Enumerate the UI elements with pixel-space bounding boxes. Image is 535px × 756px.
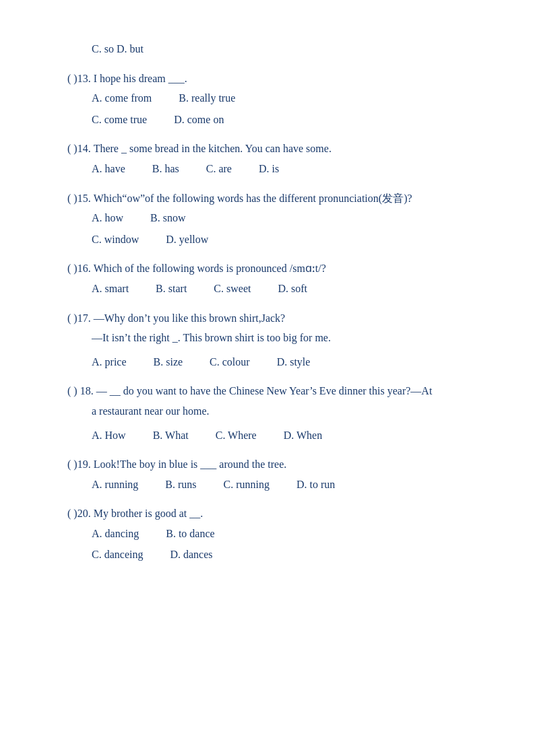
option-q13-1-1: D. come on xyxy=(174,111,224,129)
question-line-q15: ( )15.Which“ow”of the following words ha… xyxy=(67,190,481,207)
option-q20-0-1: B. to dance xyxy=(166,525,214,543)
question-line-q14: ( )14.There _ some bread in the kitchen.… xyxy=(67,140,481,158)
question-text-q20: My brother is good at __. xyxy=(94,505,481,522)
options-row-q13-1: C. come trueD. come on xyxy=(67,111,481,129)
option-q19-0-0: A. running xyxy=(92,476,138,493)
question-text-q19: Look!The boy in blue is ___ around the t… xyxy=(94,456,481,473)
question-q16: ( )16.Which of the following words is pr… xyxy=(67,260,481,297)
option-q16-0-1: B. start xyxy=(156,280,187,298)
option-q18-0-3: D. When xyxy=(284,427,322,444)
bracket-q17: ( )17. xyxy=(67,310,91,327)
option-q13-1-0: C. come true xyxy=(92,111,147,129)
option-q16-0-3: D. soft xyxy=(278,280,307,298)
bracket-q19: ( )19. xyxy=(67,456,91,473)
options-row-q17-0: A. priceB. sizeC. colourD. style xyxy=(67,353,481,371)
option-q20-0-0: A. dancing xyxy=(92,525,139,543)
question-line-q16: ( )16.Which of the following words is pr… xyxy=(67,260,481,277)
option-q16-0-0: A. smart xyxy=(92,280,129,298)
question-q13: ( )13.I hope his dream ___.A. come fromB… xyxy=(67,70,481,129)
option-q19-0-1: B. runs xyxy=(165,476,196,493)
options-row-q15-0: A. howB. snow xyxy=(67,209,481,227)
option-q20-1-0: C. danceing xyxy=(92,546,143,563)
question-second-line-q18: a restaurant near our home. xyxy=(67,403,481,420)
option-q17-0-2: C. colour xyxy=(210,353,250,371)
top-options-text: C. so D. but xyxy=(92,43,144,55)
question-text-q15: Which“ow”of the following words has the … xyxy=(94,190,481,207)
option-q13-0-0: A. come from xyxy=(92,90,152,107)
options-row-q16-0: A. smartB. startC. sweetD. soft xyxy=(67,280,481,298)
question-line-q20: ( )20.My brother is good at __. xyxy=(67,505,481,522)
top-options: C. so D. but xyxy=(67,40,481,58)
question-q17: ( )17.—Why don’t you like this brown shi… xyxy=(67,310,481,371)
question-text-q14: There _ some bread in the kitchen. You c… xyxy=(94,140,481,158)
bracket-q18: ( ) 18. xyxy=(67,382,94,400)
question-q14: ( )14.There _ some bread in the kitchen.… xyxy=(67,140,481,177)
option-q16-0-2: C. sweet xyxy=(214,280,251,298)
options-row-q15-1: C. windowD. yellow xyxy=(67,231,481,248)
question-q19: ( )19.Look!The boy in blue is ___ around… xyxy=(67,456,481,493)
option-q14-0-0: A. have xyxy=(92,160,125,178)
question-text-q17: —Why don’t you like this brown shirt,Jac… xyxy=(94,310,481,327)
option-q15-1-0: C. window xyxy=(92,231,139,248)
question-line-q18: ( ) 18.— __ do you want to have the Chin… xyxy=(67,382,481,400)
question-q15: ( )15.Which“ow”of the following words ha… xyxy=(67,190,481,248)
option-q15-0-0: A. how xyxy=(92,209,123,227)
question-text-q13: I hope his dream ___. xyxy=(94,70,481,88)
option-q15-1-1: D. yellow xyxy=(166,231,208,248)
question-text-q18: — __ do you want to have the Chinese New… xyxy=(96,382,481,400)
question-second-line-q17: —It isn’t the right _. This brown shirt … xyxy=(67,329,481,347)
option-q14-0-1: B. has xyxy=(152,160,179,178)
option-q17-0-1: B. size xyxy=(154,353,183,371)
option-q20-1-1: D. dances xyxy=(170,546,212,563)
bracket-q15: ( )15. xyxy=(67,190,91,207)
options-row-q20-1: C. danceingD. dances xyxy=(67,546,481,563)
options-row-q19-0: A. runningB. runsC. runningD. to run xyxy=(67,476,481,493)
option-q14-0-3: D. is xyxy=(259,160,279,178)
options-row-q18-0: A. HowB. WhatC. WhereD. When xyxy=(67,427,481,444)
question-line-q19: ( )19.Look!The boy in blue is ___ around… xyxy=(67,456,481,473)
option-q19-0-3: D. to run xyxy=(296,476,335,493)
option-q19-0-2: C. running xyxy=(224,476,270,493)
option-q15-0-1: B. snow xyxy=(150,209,185,227)
bracket-q20: ( )20. xyxy=(67,505,91,522)
option-q17-0-0: A. price xyxy=(92,353,127,371)
options-row-q14-0: A. haveB. hasC. areD. is xyxy=(67,160,481,178)
option-q18-0-2: C. Where xyxy=(216,427,257,444)
option-q14-0-2: C. are xyxy=(206,160,232,178)
bracket-q14: ( )14. xyxy=(67,140,91,158)
question-q20: ( )20.My brother is good at __.A. dancin… xyxy=(67,505,481,563)
bracket-q13: ( )13. xyxy=(67,70,91,88)
options-row-q13-0: A. come fromB. really true xyxy=(67,90,481,107)
options-row-q20-0: A. dancingB. to dance xyxy=(67,525,481,543)
option-q18-0-1: B. What xyxy=(153,427,189,444)
bracket-q16: ( )16. xyxy=(67,260,91,277)
question-q18: ( ) 18.— __ do you want to have the Chin… xyxy=(67,382,481,444)
option-q13-0-1: B. really true xyxy=(179,90,235,107)
question-text-q16: Which of the following words is pronounc… xyxy=(94,260,481,277)
question-line-q17: ( )17.—Why don’t you like this brown shi… xyxy=(67,310,481,327)
option-q17-0-3: D. style xyxy=(277,353,311,371)
question-line-q13: ( )13.I hope his dream ___. xyxy=(67,70,481,88)
option-q18-0-0: A. How xyxy=(92,427,126,444)
